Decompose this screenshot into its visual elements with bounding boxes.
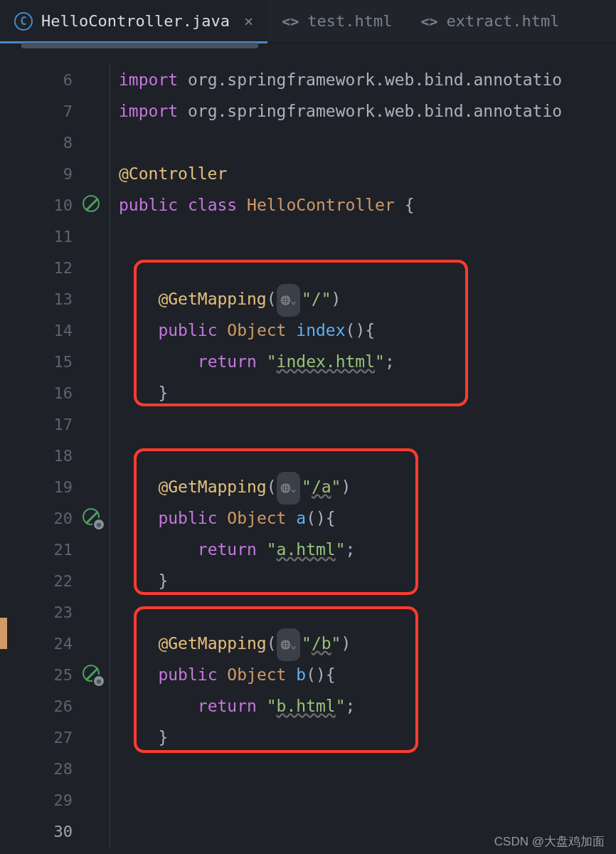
code-line-6[interactable]: import org.springframework.web.bind.anno… — [119, 64, 616, 95]
code-line-26[interactable]: return "b.html"; — [119, 690, 616, 722]
gutter-line-11[interactable]: 11 — [0, 221, 110, 252]
code-line-18[interactable] — [119, 440, 616, 471]
gutter-line-12[interactable]: 12 — [0, 252, 110, 283]
code-line-23[interactable] — [119, 596, 616, 628]
code-line-12[interactable] — [119, 252, 616, 283]
url-icon[interactable] — [277, 628, 300, 661]
code-area[interactable]: import org.springframework.web.bind.anno… — [110, 64, 616, 847]
code-line-21[interactable]: return "a.html"; — [119, 534, 616, 565]
watermark: CSDN @大盘鸡加面 — [494, 833, 605, 850]
code-line-20[interactable]: public Object a(){ — [119, 502, 616, 534]
tab-extract-html[interactable]: <> extract.html — [406, 0, 573, 42]
gutter-line-8[interactable]: 8 — [0, 127, 110, 158]
html-icon: <> — [420, 13, 437, 30]
gutter-line-15[interactable]: 15 — [0, 346, 110, 377]
html-icon: <> — [282, 13, 299, 30]
tab-bar: C HelloController.java × <> test.html <>… — [0, 0, 616, 43]
code-line-15[interactable]: return "index.html"; — [119, 346, 616, 377]
tab-scroll-indicator[interactable] — [21, 43, 258, 48]
gutter-line-29[interactable]: 29 — [0, 784, 110, 816]
code-line-14[interactable]: public Object index(){ — [119, 315, 616, 346]
gutter-line-14[interactable]: 14 — [0, 315, 110, 346]
code-line-29[interactable] — [119, 784, 616, 816]
code-line-16[interactable]: } — [119, 377, 616, 408]
gutter-line-30[interactable]: 30 — [0, 816, 110, 847]
java-class-icon: C — [14, 12, 33, 31]
tab-label: extract.html — [447, 12, 560, 30]
gutter-line-10[interactable]: 10 — [0, 189, 110, 221]
gutter: 67891011121314151617181920⊕2122232425⊕26… — [0, 64, 110, 847]
close-icon[interactable]: × — [244, 12, 253, 30]
code-line-17[interactable] — [119, 408, 616, 440]
code-line-7[interactable]: import org.springframework.web.bind.anno… — [119, 95, 616, 127]
code-line-24[interactable]: @GetMapping("/b") — [119, 628, 616, 659]
gutter-line-28[interactable]: 28 — [0, 753, 110, 784]
tab-label: HelloController.java — [41, 12, 230, 30]
code-line-27[interactable]: } — [119, 722, 616, 753]
gutter-line-24[interactable]: 24 — [0, 628, 110, 659]
gutter-line-27[interactable]: 27 — [0, 722, 110, 753]
tab-test-html[interactable]: <> test.html — [267, 0, 406, 42]
code-line-25[interactable]: public Object b(){ — [119, 659, 616, 690]
gutter-line-6[interactable]: 6 — [0, 64, 110, 95]
code-line-11[interactable] — [119, 221, 616, 252]
code-line-13[interactable]: @GetMapping("/") — [119, 283, 616, 315]
code-line-22[interactable]: } — [119, 565, 616, 596]
tab-hello-controller[interactable]: C HelloController.java × — [0, 0, 267, 42]
web-endpoint-icon[interactable]: ⊕ — [83, 665, 102, 685]
gutter-line-9[interactable]: 9 — [0, 158, 110, 189]
gutter-line-23[interactable]: 23 — [0, 596, 110, 628]
editor-area: 67891011121314151617181920⊕2122232425⊕26… — [0, 43, 616, 847]
gutter-line-21[interactable]: 21 — [0, 534, 110, 565]
gutter-line-7[interactable]: 7 — [0, 95, 110, 127]
gutter-line-22[interactable]: 22 — [0, 565, 110, 596]
left-marker — [0, 618, 7, 649]
gutter-line-13[interactable]: 13 — [0, 283, 110, 315]
gutter-line-18[interactable]: 18 — [0, 440, 110, 471]
no-entry-icon — [83, 195, 102, 215]
tab-label: test.html — [307, 12, 392, 30]
code-line-19[interactable]: @GetMapping("/a") — [119, 471, 616, 502]
gutter-line-17[interactable]: 17 — [0, 408, 110, 440]
code-line-10[interactable]: public class HelloController { — [119, 189, 616, 221]
gutter-line-16[interactable]: 16 — [0, 377, 110, 408]
gutter-line-20[interactable]: 20⊕ — [0, 502, 110, 534]
code-line-28[interactable] — [119, 753, 616, 784]
gutter-line-26[interactable]: 26 — [0, 690, 110, 722]
url-icon[interactable] — [277, 472, 300, 505]
gutter-line-25[interactable]: 25⊕ — [0, 659, 110, 690]
web-endpoint-icon[interactable]: ⊕ — [83, 508, 102, 528]
code-line-8[interactable] — [119, 127, 616, 158]
url-icon[interactable] — [277, 284, 300, 317]
code-line-9[interactable]: @Controller — [119, 158, 616, 189]
gutter-line-19[interactable]: 19 — [0, 471, 110, 502]
